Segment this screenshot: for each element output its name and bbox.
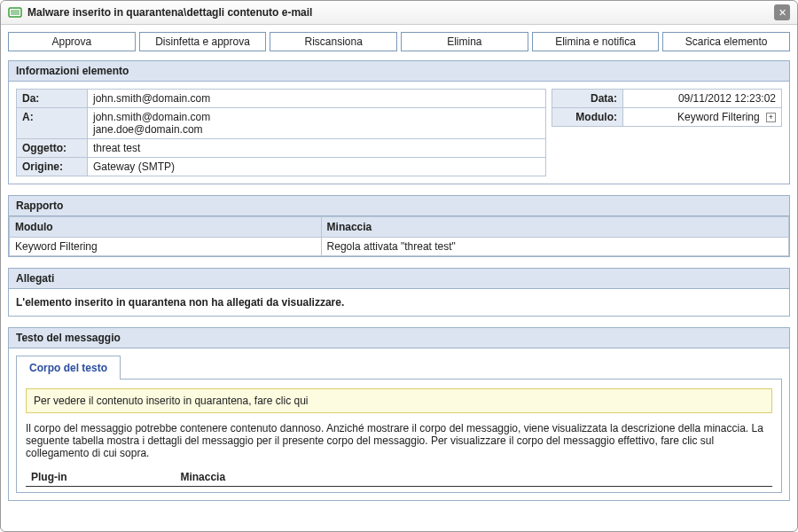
action-toolbar: Approva Disinfetta e approva Riscansiona… (8, 32, 790, 51)
attachments-header: Allegati (9, 269, 789, 289)
quarantine-detail-window: Malware inserito in quarantena\dettagli … (0, 0, 798, 532)
item-info-panel: Informazioni elemento Da: john.smith@dom… (8, 60, 790, 184)
report-row-module: Keyword Filtering (10, 238, 322, 256)
message-panel: Testo del messaggio Corpo del testo Per … (8, 327, 790, 501)
item-info-right-table: Data: 09/11/2012 12:23:02 Modulo: Keywor… (552, 89, 782, 127)
delete-notify-button[interactable]: Elimina e notifica (532, 32, 660, 51)
from-value: john.smith@domain.com (88, 90, 546, 108)
module-value: Keyword Filtering (677, 111, 760, 123)
msg-col-plugin: Plug-in (26, 468, 175, 487)
item-info-left-table: Da: john.smith@domain.com A: john.smith@… (16, 89, 546, 176)
rescan-button[interactable]: Riscansiona (270, 32, 397, 51)
date-label: Data: (552, 90, 623, 108)
view-quarantined-content-link[interactable]: Per vedere il contenuto inserito in quar… (26, 388, 772, 413)
to-value: john.smith@domain.com jane.doe@domain.co… (88, 108, 546, 139)
msg-col-threat: Minaccia (175, 468, 772, 487)
origin-label: Origine: (17, 158, 88, 176)
item-info-header: Informazioni elemento (9, 61, 789, 82)
body-area: Approva Disinfetta e approva Riscansiona… (1, 25, 797, 531)
report-table: Modulo Minaccia Keyword Filtering Regola… (9, 216, 789, 256)
subject-value: threat test (88, 139, 546, 158)
tab-body-text[interactable]: Corpo del testo (16, 356, 121, 379)
origin-value: Gateway (SMTP) (88, 158, 546, 176)
message-tab-strip: Corpo del testo (16, 356, 782, 379)
content-scroll[interactable]: Approva Disinfetta e approva Riscansiona… (1, 25, 797, 531)
to-label: A: (17, 108, 88, 139)
message-header: Testo del messaggio (9, 328, 789, 348)
report-panel: Rapporto Modulo Minaccia Keyword Filteri… (8, 195, 790, 257)
close-icon[interactable]: ✕ (774, 4, 790, 20)
from-label: Da: (17, 90, 88, 108)
table-row: Keyword Filtering Regola attivata "threa… (10, 238, 789, 256)
attachments-empty-text: L'elemento inserito in quarantena non ha… (16, 296, 344, 309)
date-value: 09/11/2012 12:23:02 (623, 90, 782, 108)
download-button[interactable]: Scarica elemento (662, 32, 790, 51)
report-header: Rapporto (9, 196, 789, 216)
module-label: Modulo: (552, 108, 623, 127)
report-col-threat: Minaccia (321, 217, 788, 238)
message-tab-body: Per vedere il contenuto inserito in quar… (16, 379, 782, 493)
module-value-cell: Keyword Filtering + (623, 108, 782, 127)
window-title: Malware inserito in quarantena\dettagli … (27, 6, 769, 19)
delete-button[interactable]: Elimina (401, 32, 528, 51)
expand-icon[interactable]: + (766, 113, 776, 122)
message-body-description: Il corpo del messaggio potrebbe contener… (26, 422, 772, 459)
report-row-threat: Regola attivata "threat test" (321, 238, 788, 256)
disinfect-approve-button[interactable]: Disinfetta e approva (139, 32, 267, 51)
app-icon (8, 5, 22, 20)
message-threat-table: Plug-in Minaccia (26, 468, 772, 487)
report-col-module: Modulo (10, 217, 322, 238)
subject-label: Oggetto: (17, 139, 88, 158)
attachments-panel: Allegati L'elemento inserito in quarante… (8, 268, 790, 317)
approve-button[interactable]: Approva (8, 32, 136, 51)
titlebar: Malware inserito in quarantena\dettagli … (1, 1, 797, 25)
